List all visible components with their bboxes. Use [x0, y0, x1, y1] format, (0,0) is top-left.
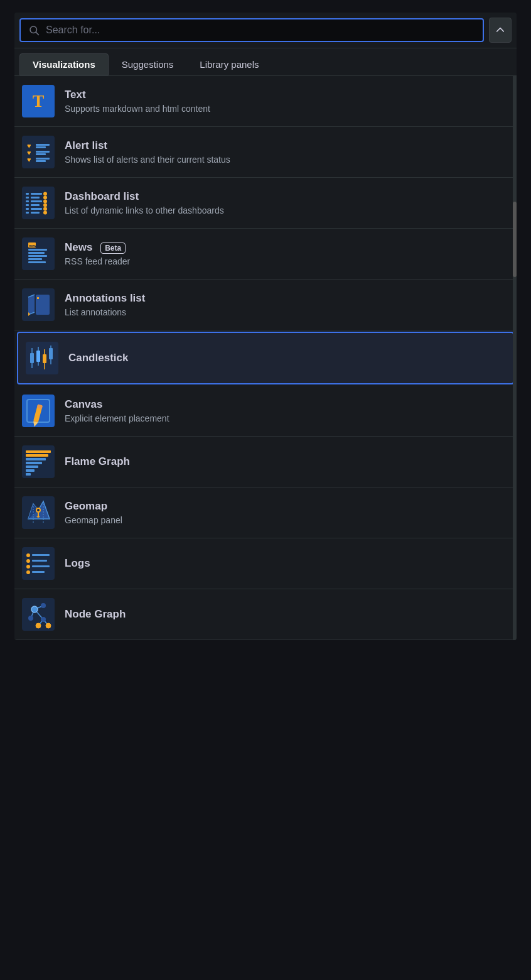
svg-rect-14 — [26, 197, 29, 199]
viz-title-candlestick: Candlestick — [68, 352, 128, 364]
viz-item-canvas[interactable]: Canvas Explicit element placement — [14, 386, 517, 437]
visualization-list: T Text Supports markdown and html conten… — [14, 76, 517, 640]
beta-badge: Beta — [100, 242, 126, 254]
viz-desc-alert-list: Shows list of alerts and their current s… — [65, 155, 230, 165]
viz-title-logs: Logs — [65, 557, 90, 570]
svg-rect-76 — [32, 554, 50, 556]
svg-point-79 — [26, 565, 30, 569]
viz-title-dashboard-list: Dashboard list — [65, 190, 224, 203]
viz-item-geomap[interactable]: Geomap Geomap panel — [14, 487, 517, 538]
viz-text-logs: Logs — [65, 557, 90, 570]
svg-rect-64 — [26, 462, 42, 464]
svg-point-94 — [46, 623, 51, 628]
svg-rect-67 — [26, 473, 31, 476]
svg-rect-52 — [43, 354, 46, 363]
viz-item-candlestick[interactable]: Candlestick — [17, 332, 514, 384]
viz-text-candlestick: Candlestick — [68, 352, 128, 364]
collapse-button[interactable] — [489, 18, 512, 43]
viz-desc-annotations-list: List annotations — [65, 307, 145, 317]
svg-rect-61 — [26, 450, 51, 453]
search-input-wrapper[interactable] — [19, 18, 484, 42]
canvas-icon — [22, 395, 55, 427]
viz-title-node-graph: Node Graph — [65, 608, 126, 621]
svg-rect-37 — [28, 258, 42, 260]
svg-rect-19 — [31, 193, 42, 195]
viz-item-annotations-list[interactable]: Annotations list List annotations — [14, 280, 517, 330]
scrollbar-thumb[interactable] — [513, 202, 517, 277]
svg-text:♥: ♥ — [27, 156, 31, 163]
svg-rect-38 — [28, 261, 46, 263]
tab-visualizations[interactable]: Visualizations — [19, 53, 109, 75]
viz-desc-dashboard-list: List of dynamic links to other dashboard… — [65, 205, 224, 215]
svg-rect-9 — [36, 153, 46, 155]
scrollbar-track[interactable] — [513, 76, 517, 640]
svg-point-27 — [43, 200, 47, 204]
viz-title-alert-list: Alert list — [65, 139, 230, 152]
viz-text-node-graph: Node Graph — [65, 608, 126, 621]
svg-point-81 — [26, 570, 30, 574]
svg-rect-66 — [26, 469, 35, 472]
svg-rect-50 — [36, 351, 40, 362]
text-icon: T — [22, 85, 55, 117]
viz-text-dashboard-list: Dashboard list List of dynamic links to … — [65, 190, 224, 215]
viz-text-canvas: Canvas Explicit element placement — [65, 398, 169, 423]
tabs-row: Visualizations Suggestions Library panel… — [14, 48, 517, 76]
svg-rect-34 — [28, 249, 47, 251]
svg-point-77 — [26, 559, 30, 563]
svg-rect-10 — [36, 158, 50, 160]
viz-text-annotations-list: Annotations list List annotations — [65, 292, 145, 317]
visualization-picker-panel: Visualizations Suggestions Library panel… — [14, 13, 517, 640]
viz-item-text[interactable]: T Text Supports markdown and html conten… — [14, 76, 517, 127]
svg-point-26 — [43, 196, 47, 200]
candlestick-icon — [26, 342, 58, 374]
svg-rect-18 — [26, 212, 29, 214]
viz-text-flame-graph: Flame Graph — [65, 455, 130, 468]
news-icon: news — [22, 237, 55, 270]
svg-rect-15 — [26, 200, 29, 202]
svg-point-93 — [36, 623, 41, 628]
viz-title-geomap: Geomap — [65, 500, 122, 513]
viz-desc-geomap: Geomap panel — [65, 515, 122, 525]
viz-desc-text: Supports markdown and html content — [65, 104, 210, 114]
tab-suggestions[interactable]: Suggestions — [109, 53, 187, 75]
viz-item-alert-list[interactable]: ♥ ♥ ♥ Alert list Shows list of alerts an… — [14, 127, 517, 178]
svg-point-72 — [37, 509, 40, 511]
flame-graph-icon — [22, 445, 55, 478]
viz-item-news[interactable]: news News Beta RSS feed reader — [14, 229, 517, 280]
svg-rect-13 — [26, 193, 29, 195]
search-input[interactable] — [46, 24, 475, 36]
viz-item-dashboard-list[interactable]: Dashboard list List of dynamic links to … — [14, 178, 517, 229]
svg-rect-35 — [28, 252, 45, 254]
geomap-icon — [22, 496, 55, 529]
viz-item-logs[interactable]: Logs — [14, 538, 517, 589]
viz-item-node-graph[interactable]: Node Graph — [14, 589, 517, 640]
viz-title-text: Text — [65, 89, 210, 101]
svg-rect-63 — [26, 458, 46, 460]
svg-rect-21 — [31, 200, 42, 202]
svg-rect-80 — [32, 565, 50, 567]
svg-rect-54 — [49, 348, 53, 359]
svg-rect-36 — [28, 255, 47, 257]
svg-rect-20 — [31, 197, 40, 199]
svg-rect-11 — [36, 160, 46, 162]
viz-title-canvas: Canvas — [65, 398, 169, 411]
svg-rect-62 — [26, 454, 48, 457]
svg-point-91 — [28, 616, 33, 621]
svg-rect-24 — [31, 212, 40, 214]
svg-rect-23 — [31, 208, 42, 210]
tab-library-panels[interactable]: Library panels — [186, 53, 272, 75]
svg-rect-65 — [26, 466, 38, 468]
svg-point-90 — [41, 603, 46, 608]
svg-point-30 — [43, 211, 47, 215]
logs-icon — [22, 547, 55, 580]
svg-point-25 — [43, 192, 47, 196]
node-graph-icon — [22, 598, 55, 631]
viz-item-flame-graph[interactable]: Flame Graph — [14, 437, 517, 487]
svg-rect-48 — [30, 353, 34, 363]
svg-point-75 — [26, 553, 30, 557]
viz-title-annotations-list: Annotations list — [65, 292, 145, 305]
search-bar — [14, 13, 517, 48]
viz-title-flame-graph: Flame Graph — [65, 455, 130, 468]
chevron-up-icon — [495, 25, 505, 35]
svg-rect-22 — [31, 204, 40, 206]
